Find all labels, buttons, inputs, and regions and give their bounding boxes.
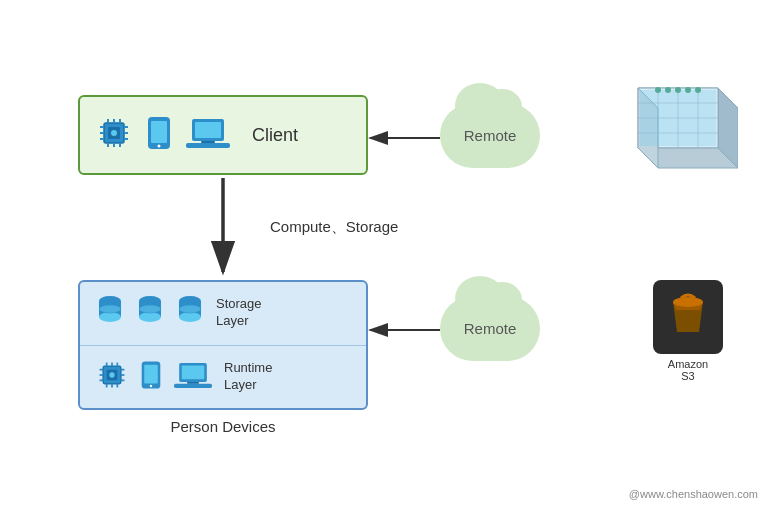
svg-rect-72 [187, 382, 199, 384]
laptop-icon-2 [174, 359, 212, 395]
svg-point-37 [685, 87, 691, 93]
storage-row: StorageLayer [80, 282, 366, 346]
svg-point-42 [99, 305, 121, 313]
client-label: Client [252, 125, 298, 146]
diagram: Client Remote [0, 0, 768, 510]
server-image [608, 78, 738, 198]
device-box: StorageLayer [78, 280, 368, 410]
svg-point-50 [179, 305, 201, 313]
db-icon-3 [176, 295, 204, 331]
svg-rect-71 [174, 383, 212, 387]
cloud-top: Remote [440, 103, 540, 168]
db-icon-2 [136, 295, 164, 331]
cloud-bottom: Remote [440, 296, 540, 361]
runtime-layer-label: RuntimeLayer [224, 360, 272, 394]
storage-layer-label: StorageLayer [216, 296, 262, 330]
svg-point-14 [111, 130, 117, 136]
svg-marker-33 [640, 90, 716, 146]
svg-rect-67 [144, 365, 158, 384]
person-devices-label: Person Devices [78, 418, 368, 435]
compute-label: Compute、Storage [270, 218, 398, 237]
svg-point-17 [158, 145, 161, 148]
svg-point-38 [695, 87, 701, 93]
cloud-top-label: Remote [464, 127, 517, 144]
svg-point-68 [150, 384, 153, 387]
svg-rect-19 [195, 122, 221, 138]
cpu-icon [96, 115, 132, 155]
svg-point-34 [655, 87, 661, 93]
db-icon-1 [96, 295, 124, 331]
svg-rect-20 [186, 143, 230, 148]
client-box: Client [78, 95, 368, 175]
svg-point-75 [673, 297, 703, 307]
phone-icon-2 [140, 359, 162, 395]
svg-rect-70 [182, 365, 204, 379]
watermark: @www.chenshaowen.com [629, 488, 758, 500]
phone-icon [146, 115, 172, 155]
s3-area: AmazonS3 [638, 280, 738, 382]
laptop-icon [186, 115, 230, 155]
svg-point-41 [99, 312, 121, 322]
s3-box [653, 280, 723, 354]
cpu-icon-2 [96, 359, 128, 395]
svg-point-45 [139, 312, 161, 322]
svg-rect-16 [151, 121, 167, 143]
svg-point-65 [109, 372, 114, 377]
s3-label: AmazonS3 [638, 358, 738, 382]
cloud-bottom-label: Remote [464, 320, 517, 337]
runtime-row: RuntimeLayer [80, 346, 366, 409]
svg-point-46 [139, 305, 161, 313]
svg-point-35 [665, 87, 671, 93]
svg-point-49 [179, 312, 201, 322]
svg-point-36 [675, 87, 681, 93]
s3-icon [663, 290, 713, 340]
svg-rect-21 [201, 141, 215, 143]
